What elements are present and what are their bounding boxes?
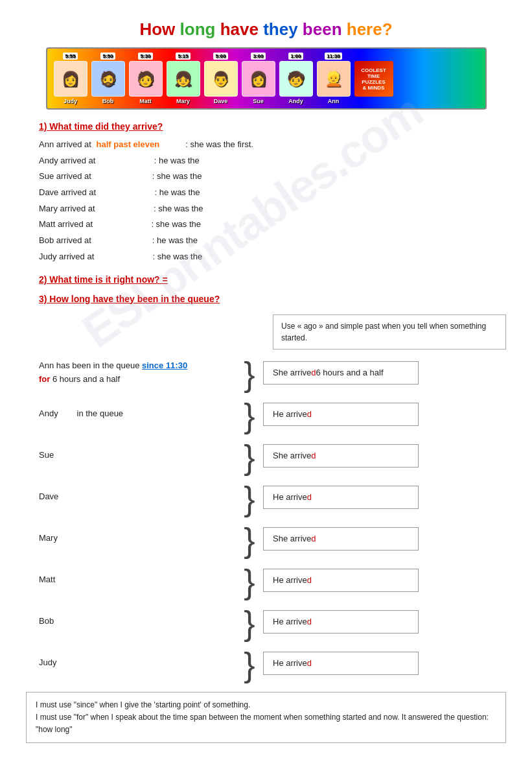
queue-row-bob: Bob } He arrived [26,604,506,640]
char-bob: 5:50 🧔 Bob [91,53,125,104]
brace-mary: } [240,521,259,557]
brace-ann: } [240,355,259,391]
section2-header: 2) What time is it right now? = [39,274,506,285]
section1-header: 1) What time did they arrive? [39,121,506,132]
arrival-list: Ann arrived at half past eleven : she wa… [39,137,506,265]
answer-box-sue: She arrived [263,444,419,468]
arrival-mary: Mary arrived at : she was the [39,201,506,217]
queue-section: Ann has been in the queue since 11:30 fo… [26,355,506,681]
queue-row-mary: Mary } She arrived [26,521,506,557]
answer-box-andy: He arrived [263,403,419,426]
arrival-andy: Andy arrived at : he was the [39,153,506,169]
arrival-ann: Ann arrived at half past eleven : she wa… [39,137,506,153]
brace-dave: } [240,479,259,515]
tip-box: Use « ago » and simple past when you tel… [273,314,506,349]
arrival-sue: Sue arrived at : she was the [39,169,506,185]
page-title: How long have they been here? [26,19,506,40]
arrival-bob: Bob arrived at : he was the [39,233,506,249]
brace-matt: } [240,562,259,598]
char-andy: 1:00 🧒 Andy [279,53,313,104]
section3-header: 3) How long have they been in the queue? [39,294,506,304]
char-mary: 5:15 👧 Mary [167,53,200,104]
brace-bob: } [240,604,259,640]
answer-box-ann: She arrived 6 hours and a half [263,361,419,385]
brace-andy: } [240,396,259,432]
queue-row-judy: Judy } He arrived [26,645,506,681]
book-cover: COOLESTTIMEPUZZLES& MINDS [354,61,393,97]
answer-box-bob: He arrived [263,610,419,634]
queue-row-ann: Ann has been in the queue since 11:30 fo… [26,355,506,391]
char-matt: 5:30 🧑 Matt [129,53,163,104]
char-sue: 3:00 👩 Sue [242,53,275,104]
queue-row-sue: Sue } She arrived [26,438,506,474]
char-ann: 11:30 👱 Ann [317,53,351,104]
footer-box: I must use "since" when I give the 'star… [26,692,506,744]
brace-sue: } [240,438,259,474]
char-judy: 5:55 👩 Judy [54,53,87,104]
answer-box-mary: She arrived [263,527,419,551]
arrival-dave: Dave arrived at : he was the [39,185,506,201]
arrival-judy: Judy arrived at : she was the [39,249,506,265]
answer-box-judy: He arrived [263,652,419,675]
queue-row-matt: Matt } He arrived [26,562,506,598]
character-banner: 5:55 👩 Judy 5:50 🧔 Bob 5:30 🧑 Matt 5:15 … [26,47,506,110]
answer-box-dave: He arrived [263,486,419,509]
answer-box-matt: He arrived [263,569,419,592]
arrival-matt: Matt arrived at : she was the [39,217,506,233]
queue-row-dave: Dave } He arrived [26,479,506,515]
char-dave: 5:00 👨 Dave [204,53,238,104]
banner-inner: 5:55 👩 Judy 5:50 🧔 Bob 5:30 🧑 Matt 5:15 … [46,47,487,110]
queue-row-andy: Andy in the queue } He arrived [26,396,506,432]
brace-judy: } [240,645,259,681]
